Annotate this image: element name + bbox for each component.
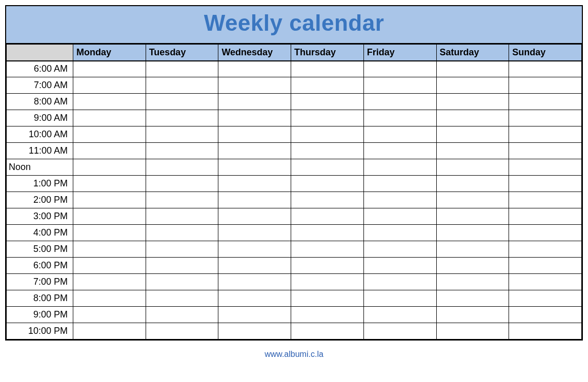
calendar-cell[interactable] <box>291 110 364 126</box>
calendar-cell[interactable] <box>363 307 436 323</box>
calendar-cell[interactable] <box>509 94 582 110</box>
calendar-cell[interactable] <box>436 241 509 258</box>
calendar-cell[interactable] <box>509 307 582 323</box>
calendar-cell[interactable] <box>218 208 291 225</box>
calendar-cell[interactable] <box>291 94 364 110</box>
calendar-cell[interactable] <box>146 110 218 126</box>
calendar-cell[interactable] <box>73 159 146 176</box>
calendar-cell[interactable] <box>436 176 509 192</box>
calendar-cell[interactable] <box>363 110 436 126</box>
calendar-cell[interactable] <box>291 126 364 143</box>
calendar-cell[interactable] <box>291 192 364 208</box>
calendar-cell[interactable] <box>291 241 364 258</box>
calendar-cell[interactable] <box>291 290 364 307</box>
calendar-cell[interactable] <box>436 143 509 159</box>
calendar-cell[interactable] <box>363 274 436 290</box>
calendar-cell[interactable] <box>218 94 291 110</box>
calendar-cell[interactable] <box>291 225 364 241</box>
calendar-cell[interactable] <box>218 290 291 307</box>
calendar-cell[interactable] <box>436 225 509 241</box>
calendar-cell[interactable] <box>509 274 582 290</box>
calendar-cell[interactable] <box>363 192 436 208</box>
calendar-cell[interactable] <box>73 225 146 241</box>
calendar-cell[interactable] <box>218 61 291 77</box>
calendar-cell[interactable] <box>291 307 364 323</box>
calendar-cell[interactable] <box>363 208 436 225</box>
calendar-cell[interactable] <box>363 225 436 241</box>
calendar-cell[interactable] <box>146 143 218 159</box>
calendar-cell[interactable] <box>218 274 291 290</box>
calendar-cell[interactable] <box>146 192 218 208</box>
calendar-cell[interactable] <box>291 208 364 225</box>
calendar-cell[interactable] <box>146 225 218 241</box>
calendar-cell[interactable] <box>363 241 436 258</box>
calendar-cell[interactable] <box>509 258 582 274</box>
calendar-cell[interactable] <box>146 94 218 110</box>
calendar-cell[interactable] <box>291 258 364 274</box>
calendar-cell[interactable] <box>73 323 146 339</box>
calendar-cell[interactable] <box>146 126 218 143</box>
calendar-cell[interactable] <box>509 77 582 94</box>
calendar-cell[interactable] <box>218 143 291 159</box>
calendar-cell[interactable] <box>436 110 509 126</box>
calendar-cell[interactable] <box>146 208 218 225</box>
calendar-cell[interactable] <box>436 77 509 94</box>
calendar-cell[interactable] <box>73 143 146 159</box>
calendar-cell[interactable] <box>509 126 582 143</box>
calendar-cell[interactable] <box>363 77 436 94</box>
calendar-cell[interactable] <box>73 258 146 274</box>
calendar-cell[interactable] <box>73 61 146 77</box>
calendar-cell[interactable] <box>146 258 218 274</box>
calendar-cell[interactable] <box>291 274 364 290</box>
calendar-cell[interactable] <box>73 110 146 126</box>
calendar-cell[interactable] <box>291 323 364 339</box>
calendar-cell[interactable] <box>363 290 436 307</box>
calendar-cell[interactable] <box>73 290 146 307</box>
calendar-cell[interactable] <box>363 94 436 110</box>
calendar-cell[interactable] <box>509 323 582 339</box>
calendar-cell[interactable] <box>146 176 218 192</box>
calendar-cell[interactable] <box>509 61 582 77</box>
calendar-cell[interactable] <box>146 307 218 323</box>
calendar-cell[interactable] <box>146 323 218 339</box>
calendar-cell[interactable] <box>436 274 509 290</box>
calendar-cell[interactable] <box>436 192 509 208</box>
calendar-cell[interactable] <box>509 290 582 307</box>
calendar-cell[interactable] <box>363 258 436 274</box>
calendar-cell[interactable] <box>509 143 582 159</box>
calendar-cell[interactable] <box>218 323 291 339</box>
calendar-cell[interactable] <box>146 159 218 176</box>
calendar-cell[interactable] <box>146 241 218 258</box>
calendar-cell[interactable] <box>146 290 218 307</box>
calendar-cell[interactable] <box>146 274 218 290</box>
calendar-cell[interactable] <box>509 176 582 192</box>
calendar-cell[interactable] <box>509 192 582 208</box>
calendar-cell[interactable] <box>436 159 509 176</box>
calendar-cell[interactable] <box>73 176 146 192</box>
calendar-cell[interactable] <box>218 126 291 143</box>
calendar-cell[interactable] <box>146 61 218 77</box>
calendar-cell[interactable] <box>73 94 146 110</box>
calendar-cell[interactable] <box>436 307 509 323</box>
calendar-cell[interactable] <box>291 159 364 176</box>
calendar-cell[interactable] <box>436 323 509 339</box>
calendar-cell[interactable] <box>436 258 509 274</box>
calendar-cell[interactable] <box>363 176 436 192</box>
calendar-cell[interactable] <box>291 77 364 94</box>
calendar-cell[interactable] <box>436 126 509 143</box>
calendar-cell[interactable] <box>218 307 291 323</box>
calendar-cell[interactable] <box>436 208 509 225</box>
calendar-cell[interactable] <box>509 208 582 225</box>
calendar-cell[interactable] <box>436 61 509 77</box>
calendar-cell[interactable] <box>73 274 146 290</box>
calendar-cell[interactable] <box>291 61 364 77</box>
calendar-cell[interactable] <box>509 241 582 258</box>
calendar-cell[interactable] <box>218 110 291 126</box>
calendar-cell[interactable] <box>363 61 436 77</box>
calendar-cell[interactable] <box>73 192 146 208</box>
calendar-cell[interactable] <box>363 323 436 339</box>
calendar-cell[interactable] <box>291 143 364 159</box>
calendar-cell[interactable] <box>73 241 146 258</box>
calendar-cell[interactable] <box>73 208 146 225</box>
calendar-cell[interactable] <box>363 126 436 143</box>
